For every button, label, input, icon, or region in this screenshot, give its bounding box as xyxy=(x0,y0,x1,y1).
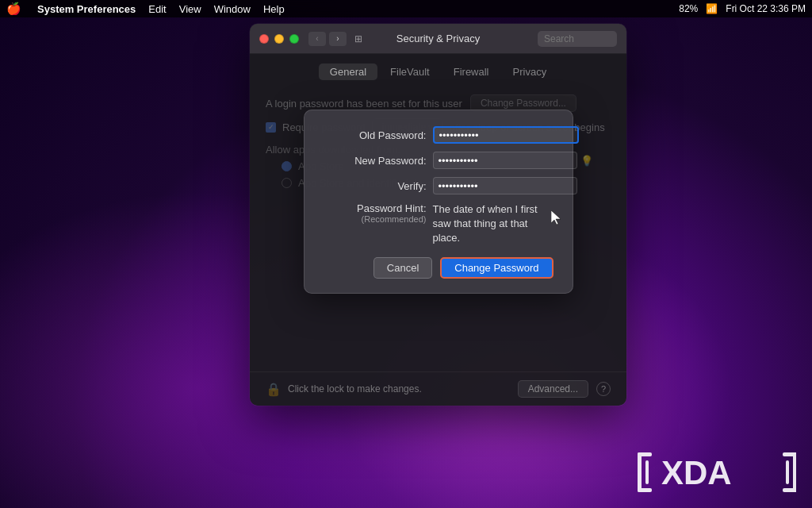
new-password-row: New Password: 💡 xyxy=(324,152,553,169)
show-password-icon[interactable]: 💡 xyxy=(580,155,593,167)
menu-app-name[interactable]: System Preferences xyxy=(37,3,136,15)
menu-window[interactable]: Window xyxy=(214,3,251,15)
svg-text:XDA: XDA xyxy=(661,454,732,491)
menubar-right: 82% 📶 Fri Oct 22 3:36 PM xyxy=(679,3,806,14)
window-titlebar: ‹ › ⊞ Security & Privacy xyxy=(250,24,626,54)
apple-menu[interactable]: 🍎 xyxy=(6,2,21,16)
dialog-buttons: Cancel Change Password xyxy=(324,257,553,279)
traffic-lights xyxy=(259,34,299,44)
change-password-button[interactable]: Change Password xyxy=(440,257,553,279)
search-input[interactable] xyxy=(538,31,617,47)
wifi-icon: 📶 xyxy=(706,3,718,14)
svg-rect-1 xyxy=(638,452,652,456)
cancel-button[interactable]: Cancel xyxy=(373,257,432,279)
dialog-overlay: Old Password: New Password: 💡 Verify: xyxy=(250,54,626,406)
desktop: 🍎 System Preferences Edit View Window He… xyxy=(0,0,812,508)
datetime-display: Fri Oct 22 3:36 PM xyxy=(726,3,806,14)
grid-icon: ⊞ xyxy=(354,33,362,44)
hint-text-value: The date of when I first saw that thing … xyxy=(433,202,553,246)
verify-row: Verify: xyxy=(324,177,553,194)
back-button[interactable]: ‹ xyxy=(308,32,326,46)
svg-rect-7 xyxy=(793,452,796,492)
menubar-left: 🍎 System Preferences Edit View Window He… xyxy=(6,2,285,16)
maximize-button[interactable] xyxy=(289,34,299,44)
hint-label: Password Hint: xyxy=(324,202,427,214)
xda-logo-svg: XDA xyxy=(638,452,796,492)
hint-row: Password Hint: (Recommended) The date of… xyxy=(324,202,553,246)
verify-input[interactable] xyxy=(433,177,577,194)
nav-buttons: ‹ › xyxy=(308,32,347,46)
hint-recommended-label: (Recommended) xyxy=(324,214,427,224)
xda-watermark: XDA xyxy=(638,452,796,492)
menubar: 🍎 System Preferences Edit View Window He… xyxy=(0,0,812,17)
svg-rect-0 xyxy=(638,452,642,492)
menu-edit[interactable]: Edit xyxy=(148,3,166,15)
forward-button[interactable]: › xyxy=(329,32,347,46)
new-password-label: New Password: xyxy=(324,155,427,167)
svg-rect-8 xyxy=(786,460,789,484)
window-content: General FileVault Firewall Privacy A log… xyxy=(250,54,626,371)
old-password-label: Old Password: xyxy=(324,129,427,141)
old-password-row: Old Password: xyxy=(324,126,553,144)
new-password-field-wrap: 💡 xyxy=(433,152,593,169)
close-button[interactable] xyxy=(259,34,269,44)
window-title: Security & Privacy xyxy=(396,33,480,44)
menu-help[interactable]: Help xyxy=(263,3,285,15)
battery-status: 82% xyxy=(679,3,698,14)
change-password-dialog: Old Password: New Password: 💡 Verify: xyxy=(304,110,573,294)
security-privacy-window: ‹ › ⊞ Security & Privacy General FileVau… xyxy=(250,24,626,406)
svg-rect-2 xyxy=(638,488,652,492)
menu-view[interactable]: View xyxy=(179,3,201,15)
new-password-input[interactable] xyxy=(433,152,577,169)
svg-rect-3 xyxy=(645,460,649,484)
old-password-input[interactable] xyxy=(433,126,579,144)
verify-label: Verify: xyxy=(324,180,427,192)
minimize-button[interactable] xyxy=(274,34,284,44)
hint-label-group: Password Hint: (Recommended) xyxy=(324,202,427,224)
